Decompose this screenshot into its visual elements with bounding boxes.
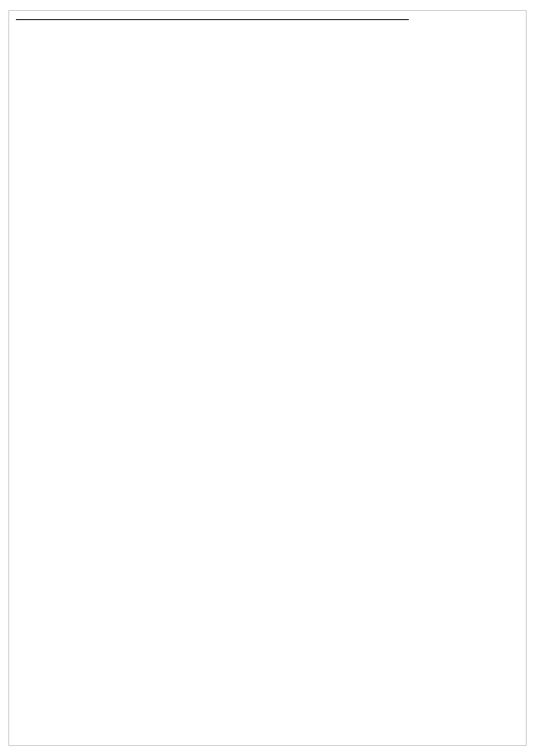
x-axis-ticks bbox=[16, 720, 517, 737]
plot-wrapper bbox=[16, 19, 409, 720]
plot-area bbox=[16, 19, 409, 20]
chart-area bbox=[9, 11, 526, 745]
plot-section bbox=[16, 11, 526, 745]
x-axis-title bbox=[16, 737, 517, 745]
x-axis-container bbox=[16, 720, 517, 737]
legend-area bbox=[409, 19, 517, 720]
chart-container bbox=[8, 10, 527, 746]
plot-with-legend bbox=[16, 19, 517, 720]
y-labels-container bbox=[0, 19, 14, 720]
